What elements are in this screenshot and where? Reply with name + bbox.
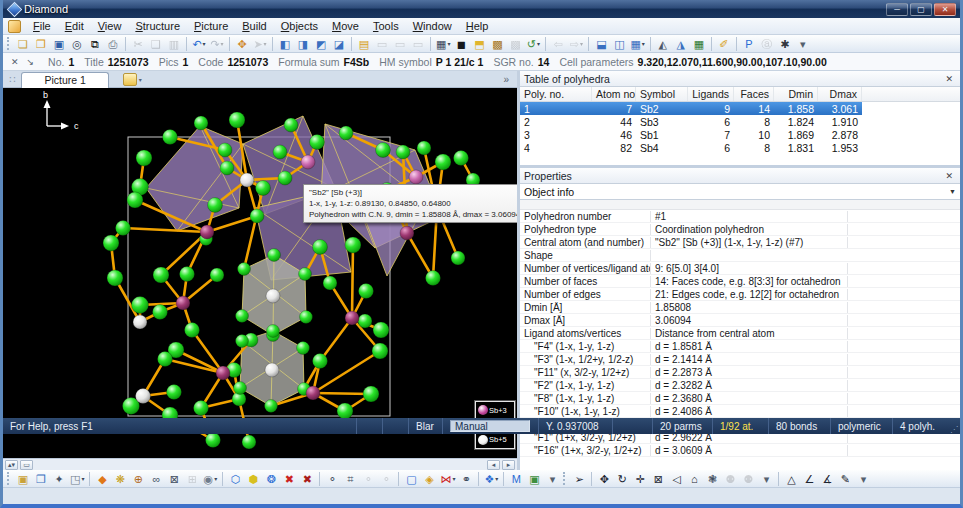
property-row[interactable]: Number of edges21: Edges code, e.g. 12[2… [520,288,960,301]
data-table-view-button[interactable]: ▦ [691,36,707,52]
destroy-cell-button[interactable]: ⋈▾ [439,471,456,487]
menu-picture[interactable]: Picture [187,19,235,33]
toolbar-grip[interactable] [563,472,566,485]
column-header-faces[interactable]: Faces [734,87,774,101]
destroy-polyhedra-button[interactable]: ✖ [281,471,297,487]
polyhedron-ball-button[interactable]: ❂ [263,471,279,487]
toolbar-options-button[interactable]: ▾ [795,36,811,52]
property-row[interactable]: Polyhedron typeCoordination polyhedron [520,223,960,236]
measure-distance-button[interactable]: △ [783,471,799,487]
redo-dropdown-icon[interactable]: ▾ [221,40,224,47]
toolbar-more-button[interactable]: ▾ [544,471,560,487]
maximize-button[interactable]: ▢ [910,3,932,16]
minimize-button[interactable]: ─ [886,3,908,16]
property-row[interactable]: Number of faces14: Faces code, e.g. 8[3:… [520,275,960,288]
crystal-structure-scene[interactable]: bc [3,88,515,458]
measure-m-button[interactable]: M [508,471,524,487]
scroll-left-button[interactable]: ◂ [487,460,500,470]
column-header-dmax[interactable]: Dmax [818,87,862,101]
menu-edit[interactable]: Edit [58,19,91,33]
destroy-all-polyhedra-button[interactable]: ✖ [299,471,315,487]
menu-window[interactable]: Window [406,19,459,33]
cell-edges-button[interactable]: ▢ [403,471,419,487]
black-screen-button[interactable]: ◼ [453,36,469,52]
picture-thumb-button[interactable]: ▣ [526,471,542,487]
object-info-selector[interactable]: Object info ▼ [520,184,960,200]
select-mode-dropdown-icon[interactable]: ▾ [264,40,267,47]
undo-button[interactable]: ↶▾ [191,36,207,52]
find-button[interactable]: ◎ [69,36,85,52]
layout-table-button[interactable]: ▦▾ [629,36,645,52]
cell-fill-button[interactable]: ◈ [421,471,437,487]
history-dropdown-icon[interactable]: ▾ [537,40,540,47]
property-row[interactable]: "F16" (1+x, 3/2-y, 1/2+z)d = 3.0609 Å [520,444,960,457]
new-picture-tab-button[interactable]: ▾ [123,73,142,86]
view-picture-button[interactable]: ◨ [295,36,311,52]
fill-sphere-dropdown-icon[interactable]: ▾ [214,475,217,482]
packing-range-button[interactable]: ⊠ [166,471,182,487]
property-row[interactable]: Central atom (and number)"Sb2" [Sb (+3)]… [520,236,960,249]
next-picture-dropdown-icon[interactable]: ▾ [580,40,583,47]
properties-p-button[interactable]: P [741,36,757,52]
add-all-atoms-button[interactable]: ❋ [112,471,128,487]
measure-torsion-button[interactable]: ∡ [819,471,835,487]
spin-up-down-stepper[interactable]: ▴▾ [5,460,18,470]
save-button[interactable]: ▣ [51,36,67,52]
pointer-cursor-button[interactable]: ➢ [571,471,587,487]
table-grid-dropdown-icon[interactable]: ▾ [447,40,450,47]
pan-mode-button[interactable]: ✥ [234,36,250,52]
history-button[interactable]: ↺▾ [525,36,541,52]
property-row[interactable]: "F4" (1-x, 1-y, 1-z)d = 1.8581 Å [520,340,960,353]
property-row[interactable]: "F3" (1-x, 1/2+y, 1/2-z)d = 2.1414 Å [520,353,960,366]
tab-picture-1[interactable]: Picture 1 [21,72,108,88]
polyhedron-filled-button[interactable]: ⬢ [245,471,261,487]
color-scheme-button[interactable]: ❖▾ [483,471,499,487]
menu-objects[interactable]: Objects [274,19,325,33]
document-menu-icon[interactable] [8,20,21,33]
structure-3d-canvas[interactable]: bc "Sb2" [Sb (+3)] 1-x, 1-y, 1-z: 0.8913… [3,88,517,458]
view-split-button[interactable]: ◪ [331,36,347,52]
picture-export-dropdown-icon[interactable]: ▾ [81,475,84,482]
menu-tools[interactable]: Tools [366,19,406,33]
menu-build[interactable]: Build [235,19,273,33]
table-close-icon[interactable]: ✕ [942,74,956,84]
title-bar[interactable]: Diamond ─▢✕ [3,0,960,18]
table-grid-button[interactable]: ▦▾ [435,36,451,52]
property-row[interactable]: "F10" (1-x, 1-y, 1-z)d = 2.4086 Å [520,405,960,418]
column-header-symbol[interactable]: Symbol [636,87,688,101]
property-row[interactable]: Number of vertices/ligand atoms9: 6[5.0]… [520,262,960,275]
polyhedra-row-4[interactable]: 482Sb4681.8311.953 [520,141,862,154]
infobar-close-icon[interactable]: ✕ [7,57,23,67]
measure-free-button[interactable]: ✎ [837,471,853,487]
column-header-ligands[interactable]: Ligands [688,87,734,101]
connect-fe-button[interactable]: ⚭ [458,471,474,487]
scroll-right-button[interactable]: ▸ [502,460,515,470]
new-document-button[interactable]: ❏ [15,36,31,52]
property-row[interactable]: "F11" (x, 3/2-y, 1/2+z)d = 2.2873 Å [520,366,960,379]
property-row[interactable]: "F2" (1-x, 1-y, 1-z)d = 2.3282 Å [520,379,960,392]
infobar-dock-icon[interactable]: ↘ [23,57,39,67]
print-button[interactable]: ⎙ [105,36,121,52]
measure-angle-button[interactable]: ∠ [801,471,817,487]
picture-tools-button[interactable]: ✦ [51,471,67,487]
new-picture-dropdown-icon[interactable]: ▾ [139,76,142,83]
measure-options-button[interactable]: ▾ [855,471,871,487]
molecule-chain-button[interactable]: ∞ [148,471,164,487]
menu-file[interactable]: File [26,19,58,33]
properties-close-icon[interactable]: ✕ [942,171,956,181]
layout-table-dropdown-icon[interactable]: ▾ [642,40,645,47]
rotate-view-button[interactable]: ↻ [614,471,630,487]
property-row[interactable]: Dmin [Å]1.85808 [520,301,960,314]
polyhedra-row-3[interactable]: 346Sb17101.8692.878 [520,128,862,141]
add-atom-button[interactable]: ⊕ [130,471,146,487]
tabbar-grip-icon[interactable]: ∷ [3,74,21,85]
create-bonds-button[interactable]: ⚬ [324,471,340,487]
menu-structure[interactable]: Structure [128,19,187,33]
tab-overflow-chevron-icon[interactable]: » [503,74,517,85]
home-view-button[interactable]: ⌂ [686,471,702,487]
resize-grip[interactable]: ⋰ [946,418,960,434]
build-molecules-button[interactable]: ◆ [94,471,110,487]
combo-dropdown-icon[interactable]: ▼ [949,188,956,195]
move-free-button[interactable]: ✥ [596,471,612,487]
column-header-atom-no-[interactable]: Atom no. [592,87,636,101]
